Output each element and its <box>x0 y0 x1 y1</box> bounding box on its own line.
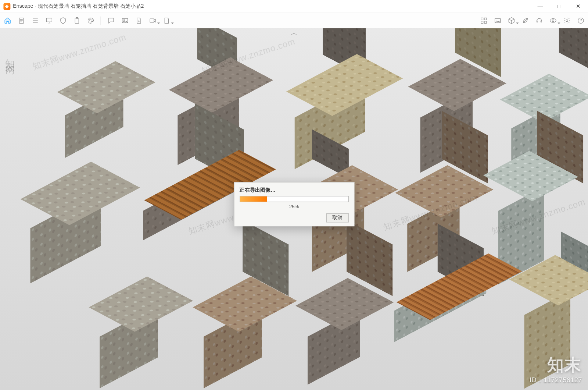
progress-percent-label: 25% <box>239 203 348 209</box>
title-bar: ◆ Enscape - 现代石笼景墙 石笼挡墙 石笼背景墙 石笼小品2 — □ … <box>0 0 588 13</box>
app-name: Enscape <box>13 3 33 9</box>
svg-point-6 <box>92 20 92 20</box>
eye-icon[interactable] <box>549 17 557 24</box>
window-title: Enscape - 现代石笼景墙 石笼挡墙 石笼背景墙 石笼小品2 <box>13 3 144 10</box>
document-title: 现代石笼景墙 石笼挡墙 石笼背景墙 石笼小品2 <box>38 3 144 9</box>
progress-bar-fill <box>240 196 267 201</box>
file-plus-icon[interactable] <box>135 17 143 24</box>
window-maximize-button[interactable]: □ <box>550 0 569 13</box>
svg-point-16 <box>566 20 568 21</box>
toolbar-divider <box>101 16 101 25</box>
window-minimize-button[interactable]: — <box>531 0 550 13</box>
palette-icon[interactable] <box>87 17 94 24</box>
svg-point-15 <box>552 20 554 21</box>
grid-icon[interactable] <box>480 17 487 24</box>
box-icon[interactable] <box>508 17 515 24</box>
progress-bar <box>239 196 348 202</box>
svg-rect-1 <box>46 18 52 22</box>
home-icon[interactable] <box>3 17 11 24</box>
chat-icon[interactable] <box>107 17 115 24</box>
render-viewport[interactable]: ︿ 知末网 知末网www.znzmo.com 知末网www.znzmo.com … <box>0 29 588 390</box>
collapse-caret-icon[interactable]: ︿ <box>291 29 297 37</box>
dialog-title: 正在导出图像… <box>239 187 348 193</box>
cancel-button[interactable]: 取消 <box>326 213 348 222</box>
help-icon[interactable] <box>577 17 584 24</box>
export-progress-dialog: 正在导出图像… 25% 取消 <box>234 182 354 226</box>
svg-rect-9 <box>150 19 154 22</box>
svg-rect-11 <box>484 18 486 20</box>
svg-rect-13 <box>484 21 486 24</box>
svg-point-8 <box>123 20 125 21</box>
toolbar-right-group <box>480 17 584 24</box>
monitor-icon[interactable] <box>45 17 53 24</box>
window-close-button[interactable]: ✕ <box>569 0 588 13</box>
cube-shield-icon[interactable] <box>59 17 67 24</box>
clipboard-icon[interactable] <box>73 17 80 24</box>
watermark-left: 知末网 <box>3 51 16 61</box>
svg-point-4 <box>89 20 90 20</box>
main-toolbar <box>0 13 588 28</box>
toolbar-left-group <box>3 16 170 25</box>
image-icon[interactable] <box>121 17 129 24</box>
gear-icon[interactable] <box>563 17 571 24</box>
document-icon[interactable] <box>17 17 25 24</box>
picture-icon[interactable] <box>494 17 501 24</box>
video-icon[interactable] <box>148 17 156 24</box>
enscape-logo-icon: ◆ <box>3 3 10 10</box>
list-icon[interactable] <box>31 17 39 24</box>
svg-point-5 <box>90 19 91 20</box>
svg-rect-12 <box>481 21 483 24</box>
svg-rect-10 <box>481 18 483 20</box>
headset-icon[interactable] <box>535 17 543 24</box>
leaf-icon[interactable] <box>521 17 529 24</box>
page-icon[interactable] <box>162 17 170 24</box>
